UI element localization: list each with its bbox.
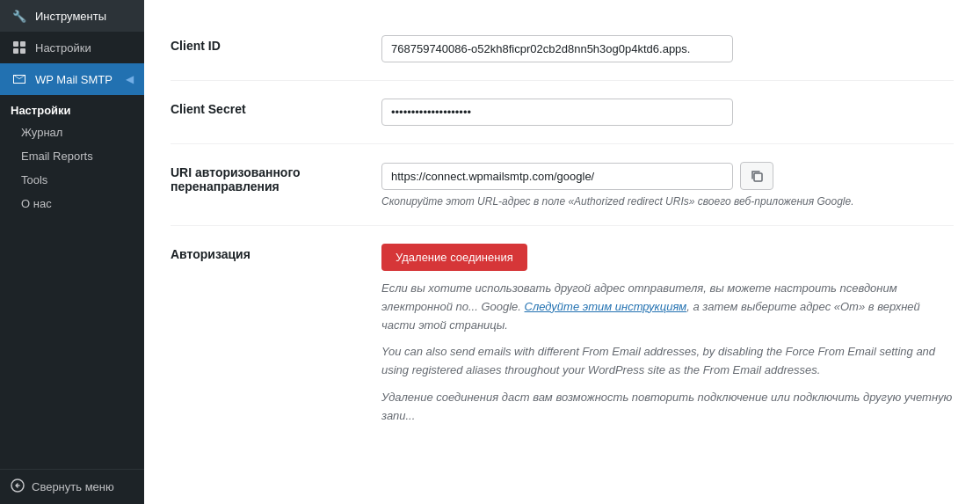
copy-button[interactable] [740,162,773,190]
auth-row: Авторизация Удаление соединения Если вы … [171,226,954,443]
client-id-input[interactable] [381,35,733,62]
uri-input[interactable] [381,163,733,190]
sidebar-item-settings[interactable]: Настройки [0,32,144,63]
auth-text-1: Если вы хотите использовать другой адрес… [381,280,954,334]
tools-icon: 🔧 [11,7,28,25]
client-id-row: Client ID [171,18,954,81]
client-id-label: Client ID [171,35,364,53]
auth-control: Удаление соединения Если вы хотите испол… [381,244,954,426]
svg-rect-0 [13,41,18,47]
auth-link[interactable]: Следуйте этим инструкциям [525,300,687,313]
settings-icon [11,39,28,56]
client-secret-label: Client Secret [171,99,364,116]
sub-section-header: Настройки [0,95,144,121]
auth-label: Авторизация [171,244,364,261]
sidebar: 🔧 Инструменты Настройки WP Mail SMTP ◀ Н… [0,0,144,504]
content-area: Client ID Client Secret URI авторизованн… [144,0,980,461]
mail-icon [11,70,28,88]
sidebar-sub-item-email-reports[interactable]: Email Reports [0,144,144,168]
sidebar-sub-item-tools[interactable]: Tools [0,168,144,192]
collapse-label: Свернуть меню [32,480,114,493]
sidebar-item-settings-label: Настройки [35,41,91,55]
active-indicator: ◀ [126,73,134,85]
svg-rect-1 [20,41,25,47]
auth-text-3: Удаление соединения даст вам возможность… [381,389,954,426]
auth-text-2: You can also send emails with different … [381,343,954,380]
main-content: Client ID Client Secret URI авторизованн… [144,0,980,504]
svg-rect-2 [13,48,18,54]
uri-label: URI авторизованного перенаправления [171,162,364,194]
svg-rect-3 [20,48,25,54]
sidebar-item-wpmail-label: WP Mail SMTP [35,73,113,86]
collapse-menu[interactable]: Свернуть меню [0,469,144,504]
client-secret-input[interactable] [381,99,733,126]
sidebar-sub-item-journal[interactable]: Журнал [0,121,144,144]
copy-icon [750,169,764,183]
disconnect-button[interactable]: Удаление соединения [381,244,527,271]
uri-row: URI авторизованного перенаправления Скоп… [171,144,954,226]
sidebar-item-tools-label: Инструменты [35,10,106,23]
client-id-control [381,35,954,62]
svg-rect-5 [754,173,762,181]
collapse-icon [11,478,25,495]
sidebar-sub-item-about[interactable]: О нас [0,192,144,215]
client-secret-control [381,99,954,126]
sidebar-item-tools[interactable]: 🔧 Инструменты [0,0,144,32]
uri-help-text: Скопируйте этот URL-адрес в поле «Author… [381,195,954,208]
sidebar-item-wpmail[interactable]: WP Mail SMTP ◀ [0,63,144,95]
client-secret-row: Client Secret [171,81,954,144]
uri-control: Скопируйте этот URL-адрес в поле «Author… [381,162,954,208]
uri-input-group [381,162,954,190]
